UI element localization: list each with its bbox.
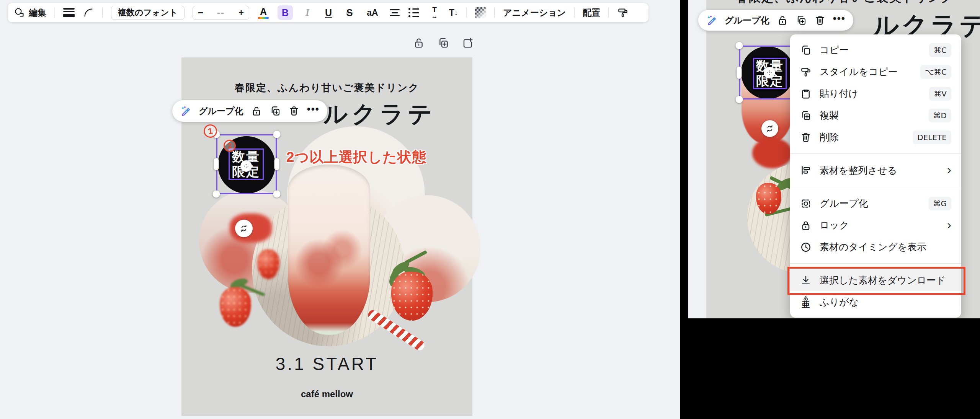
- underline-button[interactable]: U: [322, 7, 335, 18]
- selection-handle-ne[interactable]: [273, 131, 281, 138]
- menu-item-label: スタイルをコピー: [820, 65, 898, 78]
- text-color-label: A: [260, 7, 267, 16]
- rotate-icon: [239, 224, 248, 233]
- lock-icon: [800, 220, 812, 231]
- group-button[interactable]: グループ化: [199, 105, 243, 117]
- rotate-handle[interactable]: [235, 220, 253, 237]
- toolbar-divider: [466, 7, 467, 18]
- brand-text[interactable]: café mellow: [181, 389, 472, 399]
- menu-item-delete[interactable]: 削除DELETE: [790, 126, 961, 148]
- menu-item-label: 削除: [820, 131, 839, 143]
- menu-item-show-timing[interactable]: 素材のタイミングを表示: [790, 236, 961, 258]
- zoomed-subtitle-text: 春限定、ふんわり甘いご褒美ドリンク: [711, 0, 979, 6]
- start-text[interactable]: 3.1 START: [181, 354, 472, 374]
- add-page-icon[interactable]: [462, 37, 474, 49]
- edit-shape-icon: [14, 7, 25, 18]
- selection-handle-w[interactable]: [214, 158, 219, 170]
- menu-item-label: コピー: [820, 44, 849, 56]
- font-selector-value: 複数のフォント: [118, 7, 178, 18]
- zoomed-strawberry: [756, 180, 783, 215]
- element-toolbar: グループ化 •••: [172, 100, 327, 122]
- page-actions: [413, 37, 474, 49]
- menu-item-duplicate[interactable]: 複製⌘D: [790, 104, 961, 126]
- toolbar-divider: [608, 7, 609, 18]
- menu-item-label: グループ化: [820, 197, 868, 210]
- selection-handle-w[interactable]: [737, 67, 742, 79]
- duplicate-icon[interactable]: [270, 105, 281, 117]
- clipboard-icon: [800, 88, 812, 99]
- more-options-button[interactable]: •••: [833, 18, 846, 22]
- edit-button[interactable]: 編集: [14, 7, 46, 19]
- toolbar-divider: [102, 7, 103, 18]
- unlock-page-icon[interactable]: [413, 37, 425, 49]
- menu-item-copy-style[interactable]: スタイルをコピー⌥⌘C: [790, 61, 961, 83]
- selection-handle-sw[interactable]: [213, 191, 220, 198]
- design-title-text[interactable]: ルクラテ: [323, 98, 436, 130]
- menu-item-label: 素材のタイミングを表示: [820, 241, 926, 253]
- blurred-strawberry: [257, 245, 279, 280]
- rainbow-color-bar: [258, 17, 269, 19]
- menu-item-shortcut: ⌘C: [929, 43, 951, 57]
- duplicate-page-icon[interactable]: [437, 37, 449, 49]
- font-weight-button[interactable]: [63, 8, 75, 17]
- toolbar-divider: [574, 7, 575, 18]
- duplicate-icon[interactable]: [795, 15, 807, 26]
- annotation-highlight-box: [787, 267, 965, 295]
- menu-item-shortcut: ⌘G: [929, 197, 952, 210]
- zoomed-panel: 春限定、ふんわり甘いご褒美ドリンク ルクラテ 数量 限定 グループ化 ••• コ…: [688, 0, 980, 318]
- vertical-text-button[interactable]: T↓: [449, 8, 458, 17]
- rotate-handle[interactable]: [761, 120, 778, 137]
- list-button[interactable]: [408, 8, 420, 17]
- menu-item-align-elements[interactable]: 素材を整列させる›: [790, 160, 961, 181]
- menu-divider: [790, 153, 961, 154]
- menu-item-copy[interactable]: コピー⌘C: [790, 39, 961, 61]
- strikethrough-button[interactable]: S: [343, 7, 356, 18]
- lock-icon[interactable]: [251, 105, 262, 117]
- design-subtitle-text[interactable]: 春限定、ふんわり甘いご褒美ドリンク: [181, 81, 472, 95]
- italic-button[interactable]: I: [301, 7, 314, 18]
- more-options-button[interactable]: •••: [307, 109, 320, 113]
- editor-workspace: 編集 複数のフォント − -- + A B I U S aA T↔ T↓ アニ: [0, 0, 680, 419]
- font-size-decrease[interactable]: −: [198, 7, 203, 18]
- toolbar-divider: [494, 7, 495, 18]
- menu-item-label: 複製: [820, 109, 839, 122]
- menu-item-label: ふりがな: [820, 296, 859, 308]
- bold-button[interactable]: B: [278, 5, 293, 20]
- zoomed-element-toolbar: グループ化 •••: [698, 10, 853, 31]
- selection-handle-e[interactable]: [274, 158, 279, 170]
- selection-handle-nw[interactable]: [736, 42, 743, 49]
- menu-item-shortcut: ⌥⌘C: [920, 65, 951, 79]
- letter-spacing-button[interactable]: T↔: [428, 6, 441, 20]
- selection-handle-se[interactable]: [273, 191, 281, 198]
- animation-button[interactable]: アニメーション: [503, 7, 566, 19]
- menu-item-shortcut: DELETE: [913, 130, 951, 144]
- trash-icon[interactable]: [814, 15, 826, 26]
- letter-case-button[interactable]: aA: [364, 8, 381, 18]
- edit-button-label: 編集: [29, 7, 46, 19]
- font-size-increase[interactable]: +: [238, 7, 244, 18]
- annotation-note: 2つ以上選択した状態: [286, 148, 426, 167]
- font-size-value: --: [217, 7, 225, 18]
- furigana-icon: あ亜: [800, 296, 812, 308]
- selection-handle-sw[interactable]: [736, 96, 743, 103]
- position-button[interactable]: 配置: [583, 7, 600, 19]
- magic-edit-icon[interactable]: [180, 105, 191, 117]
- strawberry-latte-glass[interactable]: [288, 165, 370, 335]
- text-curve-button[interactable]: [83, 7, 94, 18]
- format-toolbar: 編集 複数のフォント − -- + A B I U S aA T↔ T↓ アニ: [8, 3, 648, 22]
- lock-icon[interactable]: [777, 15, 788, 26]
- font-selector[interactable]: 複数のフォント: [111, 6, 185, 20]
- drag-handle[interactable]: [240, 160, 252, 172]
- trash-icon[interactable]: [288, 105, 300, 117]
- group-button[interactable]: グループ化: [725, 15, 769, 26]
- copy-style-roller-button[interactable]: [617, 7, 629, 18]
- text-color-button[interactable]: A: [257, 7, 270, 19]
- transparency-button[interactable]: [475, 7, 486, 18]
- drag-handle[interactable]: [764, 67, 775, 78]
- text-align-button[interactable]: [389, 9, 400, 16]
- magic-edit-icon[interactable]: [706, 15, 717, 26]
- font-size-stepper[interactable]: − -- +: [193, 6, 249, 20]
- menu-item-group[interactable]: グループ化⌘G: [790, 192, 961, 214]
- menu-item-paste[interactable]: 貼り付け⌘V: [790, 83, 961, 104]
- menu-item-lock[interactable]: ロック›: [790, 214, 961, 236]
